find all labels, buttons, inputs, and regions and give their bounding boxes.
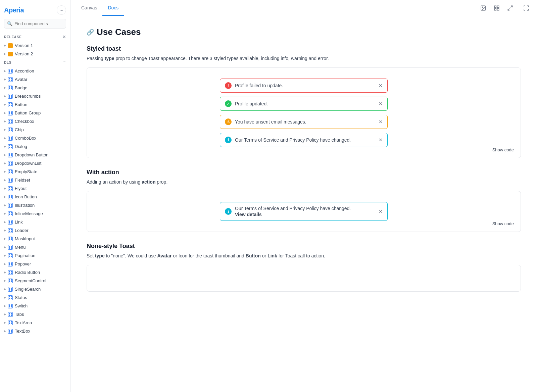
sidebar-item-pagination[interactable]: ▶ Pagination	[0, 251, 70, 260]
expand-icon: ▶	[4, 313, 6, 316]
expand-icon: ▶	[4, 95, 6, 98]
toast-error-close[interactable]: ✕	[379, 83, 383, 88]
sidebar: Aperia ··· 🔍 / RELEASE ✕ ▶ Version 1 ▶ V…	[0, 0, 70, 392]
component-icon	[8, 228, 13, 233]
component-label: Button Group	[15, 110, 41, 115]
toast-action-link[interactable]: View details	[235, 212, 375, 217]
component-label: Menu	[15, 245, 26, 250]
toast-info-close[interactable]: ✕	[379, 137, 383, 143]
component-icon	[8, 102, 13, 107]
component-label: Popover	[15, 261, 31, 266]
sidebar-item-textbox[interactable]: ▶ TextBox	[0, 327, 70, 335]
component-icon	[8, 144, 13, 149]
sidebar-item-accordion[interactable]: ▶ Accordion	[0, 67, 70, 75]
sidebar-item-avatar[interactable]: ▶ Avatar	[0, 75, 70, 84]
expand-icon: ▶	[4, 162, 6, 165]
sidebar-item-version2[interactable]: ▶ Version 2	[0, 50, 70, 58]
sidebar-item-inlinemessage[interactable]: ▶ InlineMessage	[0, 209, 70, 218]
component-icon	[8, 237, 13, 241]
sidebar-item-tabs[interactable]: ▶ Tabs	[0, 310, 70, 318]
sidebar-item-textarea[interactable]: ▶ TextArea	[0, 318, 70, 327]
sidebar-item-segmentcontrol[interactable]: ▶ SegmentControl	[0, 277, 70, 285]
component-label: Button	[15, 102, 28, 107]
component-icon	[8, 203, 13, 208]
search-bar[interactable]: 🔍 /	[4, 19, 66, 29]
sidebar-item-radio-button[interactable]: ▶ Radio Button	[0, 268, 70, 277]
expand-icon: ▶	[4, 279, 6, 282]
warning-icon: ⚠	[225, 118, 232, 125]
show-code-button-1[interactable]: Show code	[490, 146, 517, 154]
toast-warning-close[interactable]: ✕	[379, 119, 383, 125]
with-action-keyword: action	[142, 179, 155, 185]
toast-action-close[interactable]: ✕	[379, 209, 383, 214]
sidebar-item-button-group[interactable]: ▶ Button Group	[0, 109, 70, 117]
sidebar-item-combobox[interactable]: ▶ ComboBox	[0, 134, 70, 142]
page-title: Use Cases	[97, 27, 141, 37]
component-icon	[8, 287, 13, 292]
tab-docs[interactable]: Docs	[102, 0, 124, 16]
svg-rect-4	[494, 8, 496, 10]
component-label: MaskInput	[15, 236, 35, 241]
error-icon: !	[225, 82, 232, 89]
component-label: SegmentControl	[15, 278, 46, 283]
toast-action: ℹ Our Terms of Service and Privacy Polic…	[220, 202, 388, 221]
sidebar-item-loader[interactable]: ▶ Loader	[0, 226, 70, 235]
sidebar-item-maskinput[interactable]: ▶ MaskInput	[0, 235, 70, 243]
image-icon[interactable]	[478, 3, 489, 13]
sidebar-item-dialog[interactable]: ▶ Dialog	[0, 142, 70, 151]
sidebar-item-dropdown-button[interactable]: ▶ Dropdown Button	[0, 151, 70, 159]
component-label: Badge	[15, 85, 28, 90]
sidebar-item-menu[interactable]: ▶ Menu	[0, 243, 70, 251]
sidebar-item-flyout[interactable]: ▶ Flyout	[0, 184, 70, 193]
sidebar-item-popover[interactable]: ▶ Popover	[0, 260, 70, 268]
show-code-button-2[interactable]: Show code	[490, 220, 517, 228]
sidebar-item-illustration[interactable]: ▶ Illustration	[0, 201, 70, 209]
toast-action-content: Our Terms of Service and Privacy Policy …	[235, 206, 375, 217]
component-label: Chip	[15, 127, 24, 132]
fullscreen-icon[interactable]	[505, 3, 516, 13]
expand-all-icon[interactable]: ⌃	[63, 60, 66, 65]
component-label: Dialog	[15, 144, 27, 149]
none-style-section: None-style Toast Set type to "none". We …	[87, 243, 521, 292]
version2-icon	[8, 52, 13, 56]
component-icon	[8, 169, 13, 174]
sidebar-item-fieldset[interactable]: ▶ Fieldset	[0, 176, 70, 184]
toast-success-close[interactable]: ✕	[379, 101, 383, 106]
sidebar-item-chip[interactable]: ▶ Chip	[0, 126, 70, 134]
sidebar-item-button[interactable]: ▶ Button	[0, 100, 70, 109]
component-label: Loader	[15, 228, 28, 233]
sidebar-item-link[interactable]: ▶ Link	[0, 218, 70, 226]
sidebar-item-dropdownlist[interactable]: ▶ DropdownList	[0, 159, 70, 167]
none-style-demo	[87, 265, 521, 292]
sidebar-item-icon-button[interactable]: ▶ Icon Button	[0, 193, 70, 201]
action-info-icon: ℹ	[225, 208, 232, 215]
component-icon	[8, 136, 13, 141]
with-action-desc-pre: Adding an action by using	[87, 179, 142, 185]
expand-icon: ▶	[4, 86, 6, 89]
sidebar-item-switch[interactable]: ▶ Switch	[0, 302, 70, 310]
release-close-icon[interactable]: ✕	[62, 35, 66, 39]
sidebar-item-badge[interactable]: ▶ Badge	[0, 84, 70, 92]
sidebar-item-checkbox[interactable]: ▶ Checkbox	[0, 117, 70, 126]
tab-canvas[interactable]: Canvas	[76, 0, 102, 16]
grid-icon[interactable]	[491, 3, 502, 13]
expand-icon: ▶	[4, 145, 6, 148]
component-icon	[8, 195, 13, 199]
svg-rect-3	[497, 6, 499, 7]
expand-view-icon[interactable]	[521, 3, 532, 13]
component-label: Status	[15, 295, 27, 300]
sidebar-item-singlesearch[interactable]: ▶ SingleSearch	[0, 285, 70, 293]
sidebar-item-breadcrumbs[interactable]: ▶ Breadcrumbs	[0, 92, 70, 100]
sidebar-item-emptystate[interactable]: ▶ EmptyState	[0, 167, 70, 176]
component-label: Radio Button	[15, 270, 40, 275]
more-button[interactable]: ···	[57, 5, 66, 15]
expand-icon: ▶	[4, 246, 6, 249]
with-action-section: With action Adding an action by using ac…	[87, 169, 521, 232]
sidebar-item-status[interactable]: ▶ Status	[0, 293, 70, 302]
search-input[interactable]	[14, 21, 70, 26]
sidebar-item-version1[interactable]: ▶ Version 1	[0, 41, 70, 50]
component-icon	[8, 321, 13, 325]
none-style-mid2: or Icon for the toast thumbnail and	[172, 253, 246, 258]
info-icon: ℹ	[225, 137, 232, 143]
page-title-row: 🔗 Use Cases	[87, 27, 521, 37]
